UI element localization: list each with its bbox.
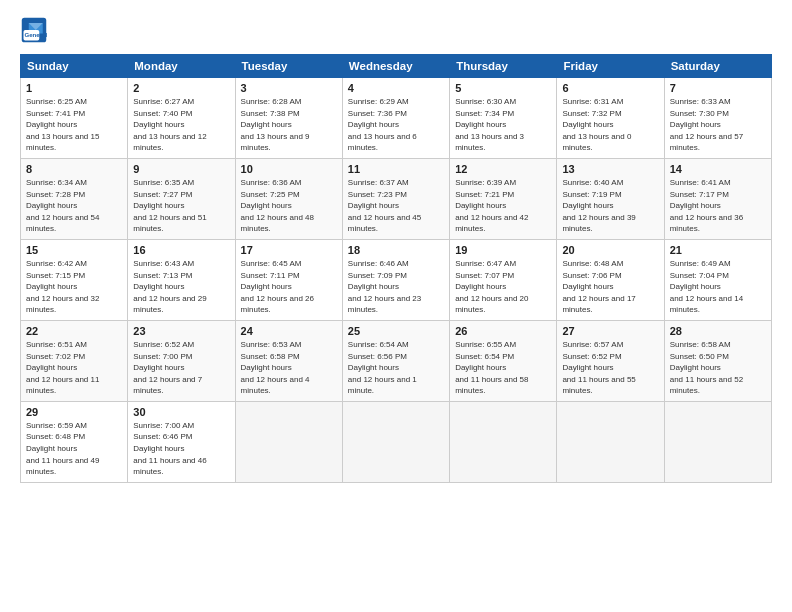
day-info: Sunrise: 6:41 AM Sunset: 7:17 PM Dayligh… [670, 177, 766, 235]
calendar-cell: 21 Sunrise: 6:49 AM Sunset: 7:04 PM Dayl… [664, 239, 771, 320]
calendar-cell: 22 Sunrise: 6:51 AM Sunset: 7:02 PM Dayl… [21, 320, 128, 401]
calendar-cell [235, 401, 342, 482]
day-info: Sunrise: 6:54 AM Sunset: 6:56 PM Dayligh… [348, 339, 444, 397]
svg-text:General: General [24, 31, 47, 38]
day-number: 24 [241, 325, 337, 337]
header: General . [20, 16, 772, 44]
day-info: Sunrise: 6:31 AM Sunset: 7:32 PM Dayligh… [562, 96, 658, 154]
calendar-cell: 20 Sunrise: 6:48 AM Sunset: 7:06 PM Dayl… [557, 239, 664, 320]
day-number: 25 [348, 325, 444, 337]
calendar-week-3: 15 Sunrise: 6:42 AM Sunset: 7:15 PM Dayl… [21, 239, 772, 320]
day-number: 14 [670, 163, 766, 175]
calendar-cell: 7 Sunrise: 6:33 AM Sunset: 7:30 PM Dayli… [664, 78, 771, 159]
day-number: 26 [455, 325, 551, 337]
day-number: 22 [26, 325, 122, 337]
day-info: Sunrise: 6:52 AM Sunset: 7:00 PM Dayligh… [133, 339, 229, 397]
day-info: Sunrise: 6:25 AM Sunset: 7:41 PM Dayligh… [26, 96, 122, 154]
calendar-cell [664, 401, 771, 482]
day-info: Sunrise: 6:47 AM Sunset: 7:07 PM Dayligh… [455, 258, 551, 316]
day-number: 27 [562, 325, 658, 337]
day-info: Sunrise: 6:29 AM Sunset: 7:36 PM Dayligh… [348, 96, 444, 154]
day-number: 9 [133, 163, 229, 175]
calendar-cell: 14 Sunrise: 6:41 AM Sunset: 7:17 PM Dayl… [664, 158, 771, 239]
calendar-week-2: 8 Sunrise: 6:34 AM Sunset: 7:28 PM Dayli… [21, 158, 772, 239]
calendar-cell: 18 Sunrise: 6:46 AM Sunset: 7:09 PM Dayl… [342, 239, 449, 320]
calendar-cell: 11 Sunrise: 6:37 AM Sunset: 7:23 PM Dayl… [342, 158, 449, 239]
day-number: 2 [133, 82, 229, 94]
day-number: 10 [241, 163, 337, 175]
day-number: 20 [562, 244, 658, 256]
calendar: SundayMondayTuesdayWednesdayThursdayFrid… [20, 54, 772, 483]
page: General . SundayMondayTuesdayWednesdayTh… [0, 0, 792, 612]
day-info: Sunrise: 6:49 AM Sunset: 7:04 PM Dayligh… [670, 258, 766, 316]
day-number: 21 [670, 244, 766, 256]
day-number: 23 [133, 325, 229, 337]
calendar-header-saturday: Saturday [664, 55, 771, 78]
calendar-header-monday: Monday [128, 55, 235, 78]
day-info: Sunrise: 6:51 AM Sunset: 7:02 PM Dayligh… [26, 339, 122, 397]
calendar-cell: 25 Sunrise: 6:54 AM Sunset: 6:56 PM Dayl… [342, 320, 449, 401]
calendar-cell: 10 Sunrise: 6:36 AM Sunset: 7:25 PM Dayl… [235, 158, 342, 239]
day-info: Sunrise: 6:33 AM Sunset: 7:30 PM Dayligh… [670, 96, 766, 154]
calendar-cell: 29 Sunrise: 6:59 AM Sunset: 6:48 PM Dayl… [21, 401, 128, 482]
calendar-header-sunday: Sunday [21, 55, 128, 78]
day-info: Sunrise: 6:57 AM Sunset: 6:52 PM Dayligh… [562, 339, 658, 397]
day-info: Sunrise: 6:58 AM Sunset: 6:50 PM Dayligh… [670, 339, 766, 397]
calendar-header-wednesday: Wednesday [342, 55, 449, 78]
day-number: 8 [26, 163, 122, 175]
calendar-cell: 27 Sunrise: 6:57 AM Sunset: 6:52 PM Dayl… [557, 320, 664, 401]
calendar-cell: 12 Sunrise: 6:39 AM Sunset: 7:21 PM Dayl… [450, 158, 557, 239]
calendar-cell: 26 Sunrise: 6:55 AM Sunset: 6:54 PM Dayl… [450, 320, 557, 401]
calendar-week-4: 22 Sunrise: 6:51 AM Sunset: 7:02 PM Dayl… [21, 320, 772, 401]
day-info: Sunrise: 6:39 AM Sunset: 7:21 PM Dayligh… [455, 177, 551, 235]
calendar-cell: 30 Sunrise: 7:00 AM Sunset: 6:46 PM Dayl… [128, 401, 235, 482]
day-number: 15 [26, 244, 122, 256]
day-info: Sunrise: 6:59 AM Sunset: 6:48 PM Dayligh… [26, 420, 122, 478]
day-info: Sunrise: 6:34 AM Sunset: 7:28 PM Dayligh… [26, 177, 122, 235]
calendar-cell [450, 401, 557, 482]
day-info: Sunrise: 7:00 AM Sunset: 6:46 PM Dayligh… [133, 420, 229, 478]
day-number: 6 [562, 82, 658, 94]
day-number: 1 [26, 82, 122, 94]
day-number: 30 [133, 406, 229, 418]
calendar-cell: 5 Sunrise: 6:30 AM Sunset: 7:34 PM Dayli… [450, 78, 557, 159]
calendar-cell: 6 Sunrise: 6:31 AM Sunset: 7:32 PM Dayli… [557, 78, 664, 159]
day-info: Sunrise: 6:40 AM Sunset: 7:19 PM Dayligh… [562, 177, 658, 235]
day-info: Sunrise: 6:35 AM Sunset: 7:27 PM Dayligh… [133, 177, 229, 235]
calendar-week-5: 29 Sunrise: 6:59 AM Sunset: 6:48 PM Dayl… [21, 401, 772, 482]
day-number: 28 [670, 325, 766, 337]
calendar-cell: 9 Sunrise: 6:35 AM Sunset: 7:27 PM Dayli… [128, 158, 235, 239]
calendar-cell: 3 Sunrise: 6:28 AM Sunset: 7:38 PM Dayli… [235, 78, 342, 159]
day-number: 4 [348, 82, 444, 94]
day-number: 19 [455, 244, 551, 256]
day-info: Sunrise: 6:46 AM Sunset: 7:09 PM Dayligh… [348, 258, 444, 316]
day-info: Sunrise: 6:48 AM Sunset: 7:06 PM Dayligh… [562, 258, 658, 316]
day-info: Sunrise: 6:27 AM Sunset: 7:40 PM Dayligh… [133, 96, 229, 154]
day-number: 18 [348, 244, 444, 256]
day-number: 7 [670, 82, 766, 94]
day-number: 5 [455, 82, 551, 94]
day-info: Sunrise: 6:53 AM Sunset: 6:58 PM Dayligh… [241, 339, 337, 397]
day-info: Sunrise: 6:30 AM Sunset: 7:34 PM Dayligh… [455, 96, 551, 154]
day-number: 13 [562, 163, 658, 175]
day-number: 3 [241, 82, 337, 94]
day-number: 11 [348, 163, 444, 175]
calendar-cell [342, 401, 449, 482]
day-number: 29 [26, 406, 122, 418]
calendar-cell: 17 Sunrise: 6:45 AM Sunset: 7:11 PM Dayl… [235, 239, 342, 320]
day-number: 12 [455, 163, 551, 175]
calendar-cell: 4 Sunrise: 6:29 AM Sunset: 7:36 PM Dayli… [342, 78, 449, 159]
day-info: Sunrise: 6:37 AM Sunset: 7:23 PM Dayligh… [348, 177, 444, 235]
logo: General . [20, 16, 52, 44]
day-info: Sunrise: 6:36 AM Sunset: 7:25 PM Dayligh… [241, 177, 337, 235]
calendar-cell: 28 Sunrise: 6:58 AM Sunset: 6:50 PM Dayl… [664, 320, 771, 401]
calendar-cell: 19 Sunrise: 6:47 AM Sunset: 7:07 PM Dayl… [450, 239, 557, 320]
calendar-header-tuesday: Tuesday [235, 55, 342, 78]
calendar-cell: 2 Sunrise: 6:27 AM Sunset: 7:40 PM Dayli… [128, 78, 235, 159]
calendar-cell: 24 Sunrise: 6:53 AM Sunset: 6:58 PM Dayl… [235, 320, 342, 401]
day-number: 16 [133, 244, 229, 256]
day-info: Sunrise: 6:42 AM Sunset: 7:15 PM Dayligh… [26, 258, 122, 316]
calendar-week-1: 1 Sunrise: 6:25 AM Sunset: 7:41 PM Dayli… [21, 78, 772, 159]
calendar-cell: 15 Sunrise: 6:42 AM Sunset: 7:15 PM Dayl… [21, 239, 128, 320]
logo-icon: General . [20, 16, 48, 44]
